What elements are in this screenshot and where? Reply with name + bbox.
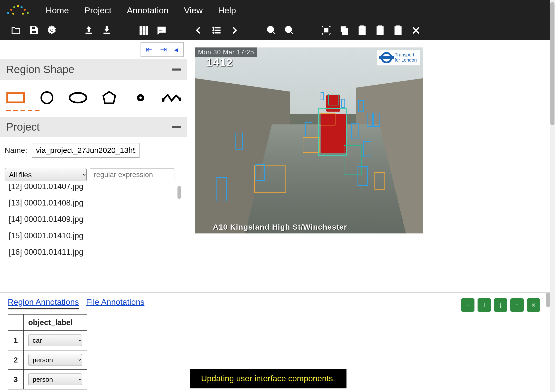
tab-file-annotations[interactable]: File Annotations (86, 297, 145, 309)
move-up-button[interactable]: ↑ (510, 298, 524, 312)
shape-point-button[interactable] (131, 90, 151, 105)
bbox-traffic[interactable] (358, 100, 364, 112)
shape-circle-button[interactable] (37, 90, 57, 105)
shape-ellipse-button[interactable] (68, 90, 88, 105)
collapse-icon[interactable] (172, 126, 181, 128)
export-button[interactable] (101, 25, 112, 36)
list-item[interactable]: [14] 00001.01409.jpg (8, 211, 183, 228)
shape-polyline-button[interactable] (162, 90, 182, 105)
menu-annotation[interactable]: Annotation (127, 5, 169, 15)
svg-rect-34 (397, 26, 399, 28)
annotated-image[interactable]: Mon 30 Mar 17:25 1412 A10 Kingsland High… (195, 47, 423, 233)
region-shape-panel-header[interactable]: Region Shape (0, 59, 187, 80)
svg-rect-15 (146, 32, 148, 34)
menu-view[interactable]: View (184, 5, 203, 15)
annotation-panel-buttons: − + ↓ ↑ × (461, 298, 540, 312)
project-title: Project (6, 121, 40, 133)
grid-view-button[interactable] (138, 25, 149, 36)
bbox-person[interactable] (367, 113, 374, 127)
svg-rect-8 (143, 26, 145, 28)
zoom-in-button[interactable] (266, 25, 277, 36)
first-region-icon[interactable]: ⇤ (146, 45, 153, 54)
save-project-button[interactable] (28, 25, 39, 36)
svg-point-39 (138, 95, 143, 100)
table-row[interactable]: 1 car (8, 331, 87, 350)
object-label-header: object_label (23, 314, 87, 331)
image-list-button[interactable] (211, 25, 222, 36)
bbox-traffic[interactable] (321, 92, 324, 100)
canvas-area: Mon 30 Mar 17:25 1412 A10 Kingsland High… (187, 40, 555, 292)
select-all-regions-button[interactable] (321, 25, 332, 36)
list-item[interactable]: [13] 00001.01408.jpg (8, 195, 183, 211)
sidebar: ⇤ ⇥ ◂ Region Shape Projec (0, 40, 187, 292)
settings-button[interactable] (46, 25, 57, 36)
bbox-person[interactable] (351, 123, 359, 139)
svg-text:n: n (379, 28, 381, 33)
collapse-nav-icon[interactable]: ◂ (174, 45, 178, 54)
bbox-bus[interactable] (328, 94, 339, 105)
remove-row-button[interactable]: − (461, 298, 474, 312)
menu-home[interactable]: Home (46, 5, 69, 15)
zoom-out-button[interactable] (284, 25, 295, 36)
object-label-select[interactable]: car (28, 335, 82, 346)
file-list[interactable]: [12] 00001.01407.jpg [13] 00001.01408.jp… (5, 184, 183, 258)
table-row[interactable]: 2 person (8, 350, 87, 370)
move-down-button[interactable]: ↓ (494, 298, 507, 312)
list-item[interactable]: [15] 00001.01410.jpg (8, 228, 183, 244)
svg-point-37 (70, 93, 86, 103)
menu-project[interactable]: Project (84, 5, 112, 15)
tab-region-annotations[interactable]: Region Annotations (8, 297, 79, 309)
shape-polygon-button[interactable] (99, 90, 119, 105)
file-list-scrollbar[interactable] (177, 184, 181, 258)
table-row[interactable]: 3 person (8, 370, 87, 389)
annotations-panel-button[interactable] (156, 25, 167, 36)
image-nav-bar: ⇤ ⇥ ◂ (0, 40, 187, 59)
list-item[interactable]: [16] 00001.01411.jpg (8, 244, 183, 258)
bbox-person[interactable] (235, 133, 243, 150)
svg-rect-10 (140, 29, 142, 31)
last-region-icon[interactable]: ⇥ (160, 45, 167, 54)
close-button[interactable] (410, 25, 422, 36)
svg-rect-26 (324, 28, 329, 32)
svg-rect-35 (7, 93, 24, 102)
open-project-button[interactable] (10, 25, 22, 36)
svg-point-40 (162, 99, 164, 101)
close-panel-button[interactable]: × (527, 298, 540, 312)
collapse-icon[interactable] (172, 68, 181, 71)
page-scrollbar[interactable] (550, 0, 555, 392)
svg-point-41 (180, 99, 182, 101)
bbox-person[interactable] (305, 122, 312, 138)
svg-rect-0 (32, 26, 35, 29)
svg-rect-1 (32, 31, 36, 33)
next-image-button[interactable] (229, 25, 240, 36)
project-name-input[interactable] (32, 143, 140, 158)
bbox-person[interactable] (216, 177, 227, 201)
paste-regions-button[interactable] (356, 25, 368, 36)
region-shape-panel-body (0, 80, 187, 117)
bbox-car[interactable] (374, 172, 385, 190)
svg-point-18 (213, 27, 214, 28)
import-button[interactable] (83, 25, 94, 36)
paste-n-button[interactable]: n (374, 25, 386, 36)
delete-regions-button[interactable] (392, 25, 404, 36)
bbox-car[interactable] (303, 137, 320, 153)
svg-rect-6 (104, 33, 110, 34)
prev-image-button[interactable] (193, 25, 204, 36)
project-panel-header[interactable]: Project (0, 117, 187, 137)
bbox-truck[interactable] (318, 108, 347, 156)
bbox-person[interactable] (358, 166, 368, 186)
object-label-select[interactable]: person (28, 374, 82, 385)
add-row-button[interactable]: + (478, 298, 491, 312)
bbox-person[interactable] (363, 141, 371, 157)
file-regex-input[interactable] (90, 168, 174, 181)
svg-point-4 (51, 29, 53, 31)
file-filter-select[interactable]: All files (5, 168, 87, 181)
list-item[interactable]: [12] 00001.01407.jpg (8, 184, 183, 195)
object-label-select[interactable]: person (28, 354, 82, 366)
copy-regions-button[interactable] (339, 25, 350, 36)
bbox-traffic[interactable] (341, 99, 345, 108)
menu-help[interactable]: Help (218, 5, 236, 15)
svg-rect-17 (159, 30, 162, 31)
bbox-person[interactable] (255, 164, 265, 181)
shape-rect-button[interactable] (6, 90, 26, 105)
